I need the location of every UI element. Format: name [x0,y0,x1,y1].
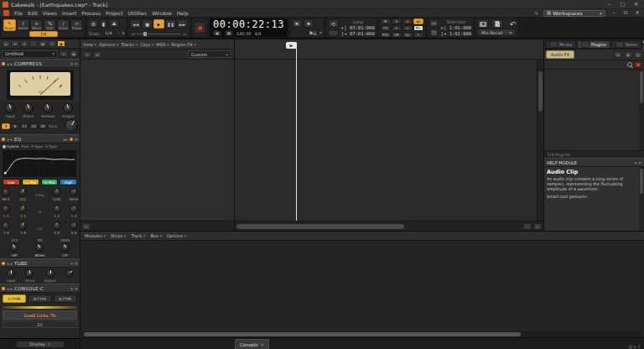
menu-utilities[interactable]: Utilities [128,10,148,16]
eq-power-led-icon[interactable] [2,138,5,141]
eq-band-hi-mid[interactable]: Hi Mid [41,179,59,185]
mix-button-[interactable]: ↔ [392,25,402,31]
filter-button-wheel[interactable]: Wheel [34,253,45,258]
knob[interactable] [70,205,78,213]
filter-button-hp[interactable]: HP [8,253,20,258]
eq-filter-hp[interactable]: 111HP [8,238,20,258]
ratio-30[interactable]: 30 [39,123,47,129]
clear-search-button[interactable]: ✕ [634,61,642,68]
loop-toggle-button[interactable]: ⟲ [328,19,339,28]
help-menu-icon[interactable]: ▾ ≡ [635,160,641,165]
doc-minimize-button[interactable]: – [610,9,617,17]
select-track-button[interactable]: ▭ [429,19,439,27]
punch-in-icon[interactable]: ⚑ [292,19,302,28]
tool-edit[interactable]: %Edit [44,19,56,31]
knob[interactable] [70,221,78,230]
close-button[interactable]: ✕ [631,1,641,8]
eq-band-low[interactable]: Low [3,179,20,185]
playhead[interactable] [296,43,297,221]
punch-out-icon[interactable]: ⚑ [304,19,314,28]
mix-button-r1[interactable]: R1 [413,25,423,31]
select-none-button[interactable]: ◳ [429,29,439,36]
consolemenu-bus[interactable]: Bus ▾ [151,233,162,238]
tvmenu-region-fx[interactable]: Region FX ▾ [172,42,196,47]
knob[interactable] [18,205,27,213]
eq-band-lo-mid[interactable]: Lo Mid [22,179,39,185]
mix-button-[interactable]: ◄)) [413,18,423,24]
rtz-icon[interactable]: ⏮ [132,32,135,36]
punch-auto-icon[interactable]: ⚑▫ [308,29,318,36]
screenshot-button[interactable] [477,19,489,29]
zoom-in-icon[interactable]: + [533,223,542,230]
consolemenu-options[interactable]: Options ▾ [167,233,186,238]
knob-wheel[interactable] [35,243,44,252]
preset-dropdown[interactable]: Untitled▾ [2,50,58,58]
menu-window[interactable]: Window [152,10,172,16]
tool-move[interactable]: +Move [30,19,43,31]
add-track-button[interactable]: + [83,51,91,58]
eq-knob-freq-2[interactable]: 1242 [52,188,60,201]
position-slider[interactable] [137,34,182,34]
tool-select[interactable]: ISelect [17,19,29,31]
eq-menu-icon[interactable]: ≡ [75,137,78,142]
undo-icon[interactable]: ↶ [509,20,516,29]
inspector-icon-5[interactable]: ≋ [48,40,56,47]
console-type-s-type[interactable]: S-TYPE [3,294,26,303]
eq-knob-freq-3[interactable]: 5634 [70,188,78,201]
tvmenu-options[interactable]: Options ▾ [99,42,118,47]
eq-band-high[interactable]: High [60,179,77,185]
tvmenu-clips[interactable]: Clips ▾ [140,42,153,47]
preset-menu-icon[interactable]: ▣ [70,50,78,57]
knob[interactable] [2,188,10,196]
metronome-settings-icon[interactable]: ▦ [225,30,233,36]
power-led-icon[interactable] [2,62,5,65]
zoom-out-icon[interactable]: – [523,223,532,230]
workspaces-dropdown[interactable]: Workspaces ▾ [543,10,605,17]
loop-set-button[interactable]: ⬚ [328,29,339,36]
consolemenu-track[interactable]: Track ▾ [131,233,145,238]
doc-close-button[interactable]: ✕ [634,9,641,17]
knob[interactable] [70,188,78,196]
knob[interactable] [53,188,61,196]
console-emulator-header[interactable]: ◂▸ CONSOLE-C ▾≡ [0,284,80,293]
knob-input[interactable] [5,103,15,113]
compressor-caret-icon[interactable]: ▾ [70,61,73,66]
doc-restore-button[interactable]: ⊡ [622,9,629,17]
eq-knob-freq-0[interactable]: 98.0 [2,188,10,201]
go-end-icon[interactable]: ⏭ [183,32,186,36]
snap-value[interactable]: 1/4 [105,31,112,36]
console-tab[interactable]: Console✕ [235,339,269,349]
search-icon[interactable] [627,62,632,67]
menu-file[interactable]: File [14,10,23,16]
punch-caret-icon[interactable]: ▾ [319,29,322,36]
duplicate-track-button[interactable]: ⧉ [93,51,101,58]
eq-knob-q-2[interactable]: 1.3 [53,205,61,218]
knob[interactable] [2,205,10,213]
filter-button-lp[interactable]: LP [60,253,71,258]
knob-hp[interactable] [10,243,18,252]
knob[interactable] [53,205,61,213]
ratio-4[interactable]: 4 [2,123,10,129]
mix-button-[interactable]: ÷ [402,25,413,31]
menu-help[interactable]: Help [177,10,189,16]
eq-filter-wheel[interactable]: TiltWheel [34,238,45,258]
display-dropdown[interactable]: Display▾ [16,341,65,348]
knob[interactable] [53,221,61,230]
clips-pane[interactable] [235,60,543,221]
layout-list-icon[interactable]: ▤ [614,51,622,58]
console-type-a-type[interactable]: A-TYPE [54,294,77,303]
consolemenu-strips[interactable]: Strips ▾ [111,233,126,238]
mix-button-pdc[interactable]: PDC [381,32,391,38]
marks-icon[interactable]: ⛰ [109,19,119,28]
prev-icon[interactable]: ◂ [7,61,9,66]
knob-attack[interactable] [23,103,34,113]
eq-graph[interactable] [0,149,80,178]
hscroll-thumb[interactable] [236,224,404,229]
consolemenu-modules[interactable]: Modules ▾ [85,233,106,238]
selection-end[interactable]: |◂ 1:01:000 [441,31,471,36]
meter-value[interactable]: 4/4 [255,31,262,36]
ratio-12[interactable]: 12 [20,123,29,129]
dock-menu-icon[interactable]: ▤ ▾ ⇕ [628,344,641,349]
snap-gear-icon[interactable]: ⚙ [89,19,98,28]
inspector-track-name[interactable]: Lead Licks 7b [3,310,77,320]
